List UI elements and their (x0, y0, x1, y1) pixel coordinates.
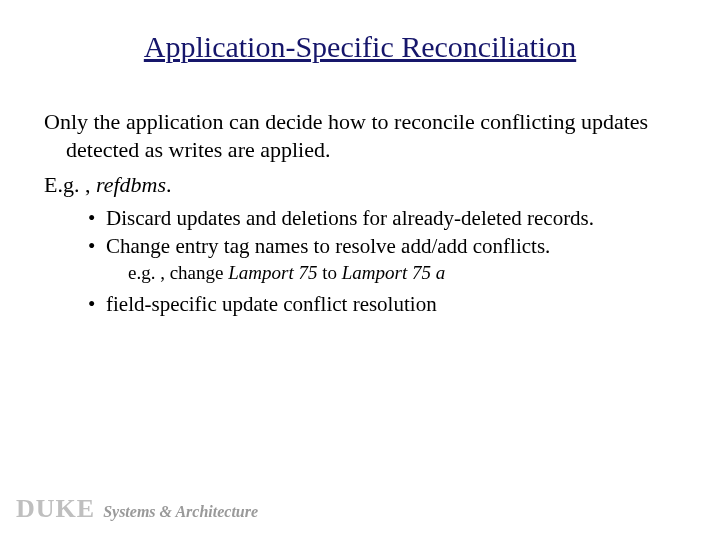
sub-prefix: e.g. , change (128, 262, 228, 283)
sub-term-1: Lamport 75 (228, 262, 317, 283)
footer-logo-text: DUKE (16, 494, 95, 523)
footer: DUKE Systems & Architecture (16, 494, 258, 524)
paragraph-example-label: E.g. , refdbms. (44, 171, 684, 199)
footer-subtitle: Systems & Architecture (103, 503, 258, 520)
bullet-item-2: Change entry tag names to resolve add/ad… (88, 233, 684, 259)
sub-term-2: Lamport 75 a (342, 262, 445, 283)
bullet-list: Discard updates and deletions for alread… (44, 205, 684, 260)
eg-dbname: refdbms (96, 172, 166, 197)
sub-example-line: e.g. , change Lamport 75 to Lamport 75 a (44, 261, 684, 285)
paragraph-intro: Only the application can decide how to r… (44, 108, 684, 163)
bullet-item-1: Discard updates and deletions for alread… (88, 205, 684, 231)
bullet-list-2: field-specific update conflict resolutio… (44, 291, 684, 317)
slide: Application-Specific Reconciliation Only… (0, 0, 720, 540)
eg-suffix: . (166, 172, 172, 197)
slide-title: Application-Specific Reconciliation (0, 30, 720, 64)
sub-mid: to (317, 262, 341, 283)
slide-body: Only the application can decide how to r… (44, 108, 684, 319)
eg-prefix: E.g. , (44, 172, 96, 197)
bullet-item-3: field-specific update conflict resolutio… (88, 291, 684, 317)
